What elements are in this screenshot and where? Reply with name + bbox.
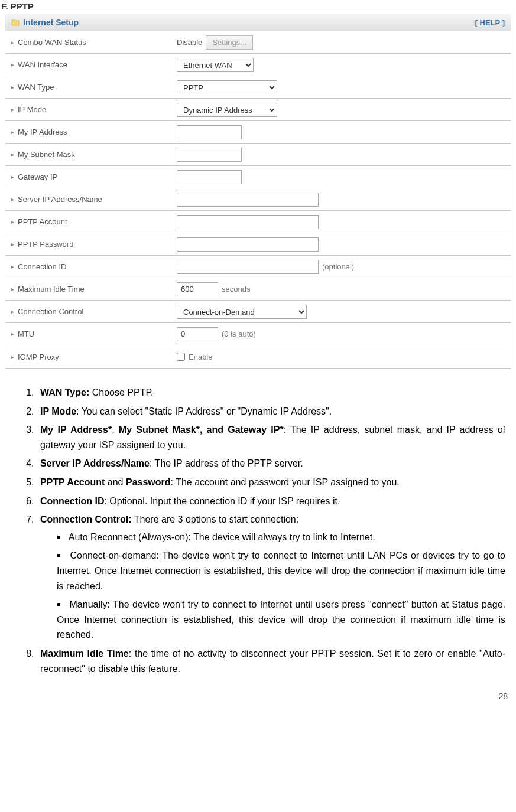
row-pptp-account: ▸PPTP Account bbox=[5, 211, 511, 233]
internet-setup-panel: Internet Setup [ HELP ] ▸Combo WAN Statu… bbox=[5, 14, 511, 369]
row-my-ip: ▸My IP Address bbox=[5, 121, 511, 144]
label: Gateway IP bbox=[18, 172, 57, 181]
doc-item-6: Connection ID: Optional. Input the conne… bbox=[37, 494, 505, 509]
row-connection-id: ▸Connection ID (optional) bbox=[5, 256, 511, 278]
doc-item-5: PPTP Account and Password: The account a… bbox=[37, 475, 505, 490]
chevron-right-icon: ▸ bbox=[11, 308, 14, 315]
connection-id-input[interactable] bbox=[177, 260, 319, 274]
label: WAN Interface bbox=[18, 60, 67, 69]
label: Connection Control bbox=[18, 307, 83, 316]
row-combo-wan-status: ▸Combo WAN Status Disable Settings... bbox=[5, 31, 511, 54]
gateway-ip-input[interactable] bbox=[177, 170, 242, 184]
row-max-idle: ▸Maximum Idle Time seconds bbox=[5, 278, 511, 301]
wan-interface-select[interactable]: Ethernet WAN bbox=[177, 58, 254, 72]
panel-title: Internet Setup bbox=[23, 18, 79, 27]
mtu-input[interactable] bbox=[177, 327, 218, 341]
label: Maximum Idle Time bbox=[18, 285, 85, 294]
pptp-account-input[interactable] bbox=[177, 215, 319, 229]
chevron-right-icon: ▸ bbox=[11, 61, 14, 68]
row-gateway-ip: ▸Gateway IP bbox=[5, 166, 511, 188]
connection-control-select[interactable]: Connect-on-Demand bbox=[177, 305, 307, 319]
doc-item-7-sub1: Auto Reconnect (Always-on): The device w… bbox=[57, 530, 505, 545]
connection-id-hint: (optional) bbox=[322, 262, 354, 271]
igmp-checkbox[interactable] bbox=[177, 353, 185, 361]
chevron-right-icon: ▸ bbox=[11, 151, 14, 158]
label: My Subnet Mask bbox=[18, 150, 75, 159]
label: Connection ID bbox=[18, 262, 66, 271]
folder-icon bbox=[11, 19, 20, 26]
doc-item-1: WAN Type: Choose PPTP. bbox=[37, 385, 505, 400]
chevron-right-icon: ▸ bbox=[11, 174, 14, 180]
ip-mode-select[interactable]: Dynamic IP Address bbox=[177, 103, 277, 117]
chevron-right-icon: ▸ bbox=[11, 331, 14, 337]
help-link[interactable]: [ HELP ] bbox=[475, 18, 505, 27]
server-ip-input[interactable] bbox=[177, 193, 319, 207]
row-wan-interface: ▸WAN Interface Ethernet WAN bbox=[5, 54, 511, 76]
settings-button[interactable]: Settings... bbox=[206, 35, 253, 50]
row-connection-control: ▸Connection Control Connect-on-Demand bbox=[5, 301, 511, 323]
doc-item-7: Connection Control: There are 3 options … bbox=[37, 512, 505, 643]
label: PPTP Password bbox=[18, 240, 73, 249]
mtu-hint: (0 is auto) bbox=[222, 330, 256, 338]
label: My IP Address bbox=[18, 128, 67, 136]
combo-wan-status-value: Disable bbox=[177, 38, 202, 47]
row-ip-mode: ▸IP Mode Dynamic IP Address bbox=[5, 99, 511, 121]
chevron-right-icon: ▸ bbox=[11, 196, 14, 203]
doc-item-7-sub2: Connect-on-demand: The device won't try … bbox=[57, 548, 505, 593]
chevron-right-icon: ▸ bbox=[11, 39, 14, 45]
doc-item-3: My IP Address*, My Subnet Mask*, and Gat… bbox=[37, 422, 505, 452]
label: Server IP Address/Name bbox=[18, 195, 102, 204]
label: Combo WAN Status bbox=[18, 38, 86, 47]
label: WAN Type bbox=[18, 83, 54, 92]
chevron-right-icon: ▸ bbox=[11, 241, 14, 247]
doc-item-2: IP Mode: You can select "Static IP Addre… bbox=[37, 404, 505, 419]
my-ip-input[interactable] bbox=[177, 125, 242, 139]
chevron-right-icon: ▸ bbox=[11, 84, 14, 90]
doc-item-4: Server IP Address/Name: The IP address o… bbox=[37, 456, 505, 471]
max-idle-unit: seconds bbox=[222, 285, 250, 294]
doc-item-8: Maximum Idle Time: the time of no activi… bbox=[37, 646, 505, 676]
doc-item-7-sub3: Manually: The device won't try to connec… bbox=[57, 597, 505, 643]
section-title: F. PPTP bbox=[0, 0, 516, 12]
label: MTU bbox=[18, 330, 34, 338]
page-number: 28 bbox=[0, 680, 516, 705]
chevron-right-icon: ▸ bbox=[11, 286, 14, 292]
row-pptp-password: ▸PPTP Password bbox=[5, 233, 511, 256]
documentation-text: WAN Type: Choose PPTP. IP Mode: You can … bbox=[11, 385, 505, 676]
row-igmp: ▸IGMP Proxy Enable bbox=[5, 345, 511, 368]
pptp-password-input[interactable] bbox=[177, 237, 319, 252]
row-mtu: ▸MTU (0 is auto) bbox=[5, 323, 511, 345]
chevron-right-icon: ▸ bbox=[11, 129, 14, 135]
row-wan-type: ▸WAN Type PPTP bbox=[5, 76, 511, 99]
my-subnet-input[interactable] bbox=[177, 148, 242, 162]
chevron-right-icon: ▸ bbox=[11, 219, 14, 225]
label: IP Mode bbox=[18, 105, 46, 114]
wan-type-select[interactable]: PPTP bbox=[177, 80, 277, 94]
chevron-right-icon: ▸ bbox=[11, 106, 14, 113]
igmp-checkbox-label: Enable bbox=[189, 353, 212, 361]
chevron-right-icon: ▸ bbox=[11, 354, 14, 360]
max-idle-input[interactable] bbox=[177, 282, 218, 296]
chevron-right-icon: ▸ bbox=[11, 263, 14, 270]
row-server-ip: ▸Server IP Address/Name bbox=[5, 188, 511, 211]
panel-header: Internet Setup [ HELP ] bbox=[5, 14, 511, 31]
label: PPTP Account bbox=[18, 217, 67, 226]
row-my-subnet: ▸My Subnet Mask bbox=[5, 144, 511, 166]
label: IGMP Proxy bbox=[18, 353, 59, 361]
